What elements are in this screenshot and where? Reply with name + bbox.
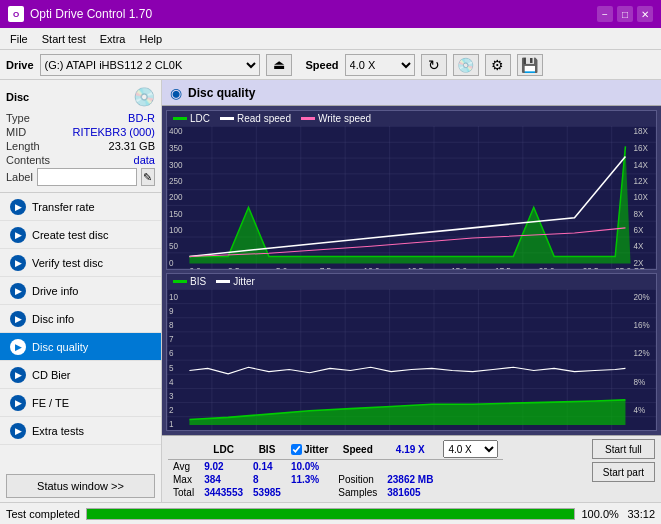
disc-button[interactable]: 💿 (453, 54, 479, 76)
nav-item-extra-tests[interactable]: ▶ Extra tests (0, 417, 161, 445)
disc-label-label: Label (6, 171, 33, 183)
app-title: Opti Drive Control 1.70 (30, 7, 152, 21)
stats-col-speed-val: 4.19 X (382, 439, 438, 460)
charts-area: LDC Read speed Write speed (162, 106, 661, 435)
settings-button[interactable]: ⚙ (485, 54, 511, 76)
nav-icon-disc-quality: ▶ (10, 339, 26, 355)
stats-avg-ldc: 9.02 (199, 460, 248, 474)
nav-label-drive-info: Drive info (32, 285, 78, 297)
progress-fill (87, 509, 574, 519)
menu-extra[interactable]: Extra (94, 31, 132, 47)
stats-total-empty (438, 486, 503, 499)
menu-file[interactable]: File (4, 31, 34, 47)
nav-item-disc-info[interactable]: ▶ Disc info (0, 305, 161, 333)
stats-area: LDC BIS Jitter Speed 4.19 X (162, 435, 661, 502)
stats-total-ldc: 3443553 (199, 486, 248, 499)
nav-label-disc-quality: Disc quality (32, 341, 88, 353)
status-window-button[interactable]: Status window >> (6, 474, 155, 498)
legend-read-speed-label: Read speed (237, 113, 291, 124)
svg-text:4%: 4% (634, 404, 646, 414)
nav-item-fe-te[interactable]: ▶ FE / TE (0, 389, 161, 417)
svg-text:7: 7 (169, 334, 174, 344)
nav-item-disc-quality[interactable]: ▶ Disc quality (0, 333, 161, 361)
speed-selector[interactable]: 4.0 X (443, 440, 498, 458)
stats-table: LDC BIS Jitter Speed 4.19 X (168, 439, 503, 499)
window-controls: − □ ✕ (597, 6, 653, 22)
legend-read-speed: Read speed (220, 113, 291, 124)
svg-text:3: 3 (169, 390, 174, 400)
svg-text:6X: 6X (634, 226, 645, 235)
maximize-button[interactable]: □ (617, 6, 633, 22)
close-button[interactable]: ✕ (637, 6, 653, 22)
menu-help[interactable]: Help (133, 31, 168, 47)
stats-col-bis: BIS (248, 439, 286, 460)
svg-text:20.0: 20.0 (539, 267, 555, 269)
chart2-inner: 10 9 8 7 6 5 4 3 2 1 20% 16% 12% (167, 289, 656, 430)
eject-button[interactable]: ⏏ (266, 54, 292, 76)
stats-avg-jitter: 10.0% (286, 460, 333, 474)
nav-item-cd-bier[interactable]: ▶ CD Bier (0, 361, 161, 389)
jitter-color-swatch (216, 280, 230, 283)
svg-text:15.0: 15.0 (451, 267, 467, 269)
nav-label-disc-info: Disc info (32, 313, 74, 325)
main-area: Disc 💿 Type BD-R MID RITEKBR3 (000) Leng… (0, 80, 661, 502)
svg-text:12.5: 12.5 (407, 267, 423, 269)
length-value: 23.31 GB (109, 140, 155, 152)
stats-col-ldc: LDC (199, 439, 248, 460)
legend-jitter: Jitter (216, 276, 255, 287)
chart1-legend: LDC Read speed Write speed (167, 111, 656, 126)
svg-text:6: 6 (169, 348, 174, 358)
nav-icon-create-test-disc: ▶ (10, 227, 26, 243)
label-input[interactable] (37, 168, 137, 186)
jitter-checkbox[interactable] (291, 444, 302, 455)
svg-text:300: 300 (169, 161, 183, 170)
stats-avg-bis: 0.14 (248, 460, 286, 474)
speed-select[interactable]: 4.0 X (345, 54, 415, 76)
stats-col-jitter-check: Jitter (286, 439, 333, 460)
svg-text:2.5: 2.5 (228, 267, 240, 269)
refresh-button[interactable]: ↻ (421, 54, 447, 76)
nav-item-verify-test-disc[interactable]: ▶ Verify test disc (0, 249, 161, 277)
sidebar: Disc 💿 Type BD-R MID RITEKBR3 (000) Leng… (0, 80, 162, 502)
stats-max-jitter: 11.3% (286, 473, 333, 486)
svg-text:400: 400 (169, 127, 183, 136)
stats-row-total: Total 3443553 53985 Samples 381605 (168, 486, 503, 499)
time-label: 33:12 (627, 508, 655, 520)
start-part-button[interactable]: Start part (592, 462, 655, 482)
progress-bar (86, 508, 575, 520)
content-area: ◉ Disc quality LDC Read speed (162, 80, 661, 502)
nav-label-fe-te: FE / TE (32, 397, 69, 409)
nav-icon-disc-info: ▶ (10, 311, 26, 327)
stats-col-speed: Speed (333, 439, 382, 460)
svg-text:9: 9 (169, 305, 174, 315)
nav-icon-fe-te: ▶ (10, 395, 26, 411)
drive-label: Drive (6, 59, 34, 71)
svg-text:0: 0 (169, 259, 174, 268)
minimize-button[interactable]: − (597, 6, 613, 22)
svg-text:150: 150 (169, 210, 183, 219)
nav-label-extra-tests: Extra tests (32, 425, 84, 437)
title-bar: O Opti Drive Control 1.70 − □ ✕ (0, 0, 661, 28)
nav-item-drive-info[interactable]: ▶ Drive info (0, 277, 161, 305)
stats-avg-empty (438, 460, 503, 474)
chart2-legend: BIS Jitter (167, 274, 656, 289)
menu-start-test[interactable]: Start test (36, 31, 92, 47)
drive-select[interactable]: (G:) ATAPI iHBS112 2 CL0K (40, 54, 260, 76)
svg-text:2: 2 (169, 404, 174, 414)
speed-label: Speed (306, 59, 339, 71)
label-edit-button[interactable]: ✎ (141, 168, 155, 186)
nav-item-create-test-disc[interactable]: ▶ Create test disc (0, 221, 161, 249)
drive-bar: Drive (G:) ATAPI iHBS112 2 CL0K ⏏ Speed … (0, 50, 661, 80)
app-icon: O (8, 6, 24, 22)
svg-text:50: 50 (169, 242, 179, 251)
nav-item-transfer-rate[interactable]: ▶ Transfer rate (0, 193, 161, 221)
chart1-svg: 400 350 300 250 200 150 100 50 0 18X 16X… (167, 126, 656, 269)
stats-max-bis: 8 (248, 473, 286, 486)
type-label: Type (6, 112, 30, 124)
start-full-button[interactable]: Start full (592, 439, 655, 459)
save-button[interactable]: 💾 (517, 54, 543, 76)
svg-text:17.5: 17.5 (495, 267, 511, 269)
legend-write-speed-label: Write speed (318, 113, 371, 124)
stats-row-avg: Avg 9.02 0.14 10.0% (168, 460, 503, 474)
nav-items: ▶ Transfer rate ▶ Create test disc ▶ Ver… (0, 193, 161, 470)
